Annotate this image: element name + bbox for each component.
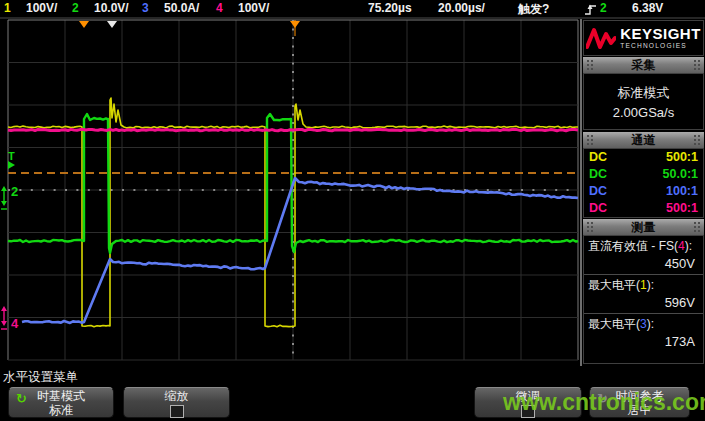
measurement-value: 450V [588, 255, 699, 273]
waveform-display: T 2 4 [0, 19, 580, 366]
zoom-button[interactable]: 缩放 [123, 387, 230, 418]
trace-ch3 [22, 178, 578, 323]
ch1-coupling-row[interactable]: DC500:1 [584, 149, 703, 166]
measurement-max-ch3: 最大电平(3): 173A [584, 314, 703, 352]
time-reference-marker[interactable] [290, 21, 300, 28]
aux-time-marker[interactable] [107, 21, 117, 28]
keysight-logo: KEYSIGHT TECHNOLOGIES [583, 20, 704, 56]
rising-edge-icon [584, 2, 597, 16]
ch4-ground-label[interactable]: 4 [11, 316, 19, 331]
ch2-coupling-row[interactable]: DC50.0:1 [584, 166, 703, 183]
timebase-readout[interactable]: 20.00µs/ [438, 1, 485, 15]
trigger-source[interactable]: 2 [600, 1, 607, 15]
trigger-status: 触发? [518, 1, 549, 18]
trace-ch4 [8, 129, 578, 130]
trigger-level[interactable]: 6.38V [632, 1, 663, 15]
cycle-icon: ↻ [16, 392, 27, 406]
ch2-ground-label[interactable]: 2 [11, 184, 18, 199]
ch2-number[interactable]: 2 [72, 1, 79, 15]
delay-readout[interactable]: 75.20µs [368, 1, 412, 15]
ch2-offset-indicator-icon[interactable] [1, 186, 7, 209]
brand-name: KEYSIGHT [620, 26, 701, 41]
measure-header[interactable]: 测量 [583, 219, 704, 235]
channels-header[interactable]: 通道 [583, 132, 704, 148]
brand-sub: TECHNOLOGIES [620, 43, 701, 50]
sidebar: KEYSIGHT TECHNOLOGIES 采集 标准模式 2.00GSa/s … [580, 19, 705, 366]
ch3-scale[interactable]: 50.0A/ [164, 1, 199, 15]
sample-rate: 2.00GSa/s [584, 105, 703, 120]
acquisition-mode: 标准模式 [584, 84, 703, 102]
keysight-spark-icon [586, 25, 616, 51]
ch4-offset-indicator-icon[interactable] [1, 306, 7, 329]
scope-graticule: T 2 4 [0, 19, 580, 366]
acquisition-header[interactable]: 采集 [583, 57, 704, 73]
trigger-level-label[interactable]: T [8, 150, 15, 162]
zoom-checkbox[interactable] [170, 405, 184, 418]
measure-panel: 直流有效值 - FS(4): 450V 最大电平(1): 596V 最大电平(3… [583, 235, 704, 364]
status-bar: 1 100V/ 2 10.0V/ 3 50.0A/ 4 100V/ 75.20µ… [0, 0, 705, 19]
ch1-scale[interactable]: 100V/ [26, 1, 57, 15]
ch2-scale[interactable]: 10.0V/ [94, 1, 129, 15]
measurement-value: 596V [588, 294, 699, 312]
timebase-mode-button[interactable]: ↻ 时基模式 标准 [8, 387, 114, 418]
menu-title: 水平设置菜单 [3, 369, 78, 386]
measurement-dc-rms: 直流有效值 - FS(4): 450V [584, 236, 703, 275]
ch3-number[interactable]: 3 [142, 1, 149, 15]
measurement-value: 173A [588, 333, 699, 351]
measurement-max-ch1: 最大电平(1): 596V [584, 275, 703, 314]
acquisition-panel: 标准模式 2.00GSa/s [583, 73, 704, 130]
watermark: www.cntronics.com [503, 389, 705, 416]
trigger-time-marker[interactable] [79, 21, 89, 28]
trigger-level-arrow-icon[interactable] [8, 161, 15, 169]
ch3-coupling-row[interactable]: DC100:1 [584, 183, 703, 200]
ch4-scale[interactable]: 100V/ [238, 1, 269, 15]
channels-panel: DC500:1 DC50.0:1 DC100:1 DC500:1 [583, 148, 704, 218]
ch1-number[interactable]: 1 [4, 1, 11, 15]
ch4-coupling-row[interactable]: DC500:1 [584, 200, 703, 217]
ch4-number[interactable]: 4 [216, 1, 223, 15]
